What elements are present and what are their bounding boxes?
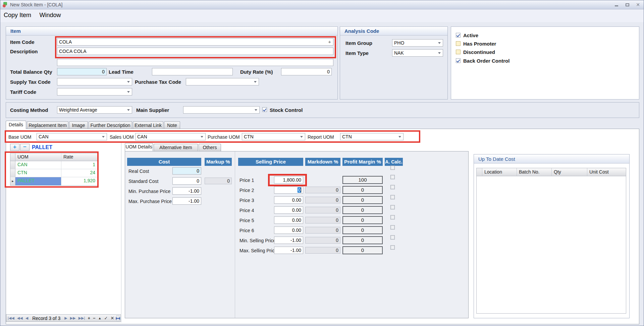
price5-profit-field[interactable]: 0 xyxy=(342,216,383,224)
description-field[interactable]: COCA COLA xyxy=(57,48,333,55)
price2-field[interactable]: 0 xyxy=(274,186,303,194)
add-uom-button[interactable]: + xyxy=(10,144,19,151)
unit-cost-column-header[interactable]: Unit Cost xyxy=(587,168,626,176)
item-type-dropdown[interactable]: NAK xyxy=(392,49,443,57)
tab-replacement-item[interactable]: Replacement Item xyxy=(27,121,68,129)
costing-method-dropdown[interactable]: Weighted Average xyxy=(57,106,132,114)
price4-field[interactable]: 0.00 xyxy=(274,206,303,214)
uom-row-ctn[interactable]: CTN 24 xyxy=(10,169,97,177)
remove-uom-button[interactable]: − xyxy=(20,144,30,151)
nav-cancel-button[interactable]: ✕ xyxy=(109,315,115,322)
add-item-code-icon[interactable]: + xyxy=(328,39,331,45)
purchase-tax-dropdown[interactable] xyxy=(186,78,259,85)
tab-further-description[interactable]: Further Description xyxy=(89,121,132,129)
uom-row-pallet-selected[interactable]: ▸ PALLET 1,920 xyxy=(10,177,97,185)
rate-column-header[interactable]: Rate xyxy=(61,153,97,161)
tab-others[interactable]: Others xyxy=(199,144,221,151)
tariff-dropdown[interactable] xyxy=(57,88,132,95)
discontinued-checkbox[interactable] xyxy=(456,50,461,54)
price3-field[interactable]: 0.00 xyxy=(274,196,303,204)
back-order-checkbox[interactable] xyxy=(456,58,461,63)
purchase-uom-dropdown[interactable]: CTN xyxy=(242,133,305,140)
real-cost-field[interactable]: 0 xyxy=(172,167,201,175)
nav-append-button[interactable]: + xyxy=(86,315,92,322)
has-promoter-label: Has Promoter xyxy=(463,41,496,47)
base-uom-dropdown[interactable]: CAN xyxy=(37,133,107,140)
restore-icon[interactable] xyxy=(624,2,630,8)
nav-scrollbar[interactable]: ◀ ▶ xyxy=(116,315,119,321)
item-code-label: Item Code xyxy=(10,39,35,45)
tab-external-link[interactable]: External Link xyxy=(133,121,163,129)
main-supplier-dropdown[interactable] xyxy=(183,106,260,114)
acalc-header: A. Calc. xyxy=(385,158,403,166)
qty-column-header[interactable]: Qty xyxy=(552,168,587,176)
price2-acalc-checkbox[interactable] xyxy=(390,185,395,189)
supply-tax-label: Supply Tax Code xyxy=(10,79,51,85)
selected-uom-title: PALLET xyxy=(32,144,52,150)
nav-next-button[interactable]: ▶ xyxy=(63,315,68,322)
duty-rate-label: Duty Rate (%) xyxy=(240,69,273,75)
nav-prev-button[interactable]: ◀ xyxy=(24,315,30,322)
lead-time-field[interactable] xyxy=(152,68,233,75)
price6-profit-field[interactable]: 0 xyxy=(342,226,383,234)
item-groupbox: Item Item Code COLA + Description COCA C… xyxy=(6,26,338,100)
duty-rate-field[interactable]: 0 xyxy=(281,68,332,75)
nav-last-button[interactable]: ▶▶| xyxy=(77,315,87,322)
acalc-checkbox-top[interactable] xyxy=(390,166,395,170)
max-purchase-field[interactable]: -1.00 xyxy=(172,197,201,205)
scroll-right-icon[interactable]: ▶ xyxy=(116,316,118,321)
minimize-icon[interactable] xyxy=(613,2,620,8)
price6-acalc-checkbox[interactable] xyxy=(390,225,395,230)
tab-details[interactable]: Details xyxy=(6,121,26,129)
tab-note[interactable]: Note xyxy=(164,121,180,129)
active-checkbox[interactable] xyxy=(456,33,461,38)
max-selling-acalc-checkbox[interactable] xyxy=(390,245,395,250)
nav-first-button[interactable]: |◀◀ xyxy=(6,315,16,322)
uom-column-header[interactable]: UOM xyxy=(15,153,61,161)
nav-next-page-button[interactable]: ▶▶ xyxy=(69,315,77,322)
stock-control-label: Stock Control xyxy=(270,107,303,113)
price1-field[interactable]: 1,800.00 xyxy=(274,176,303,184)
nav-post-button[interactable]: ✓ xyxy=(103,315,109,322)
max-selling-profit-field[interactable]: 0 xyxy=(342,246,383,254)
price4-acalc-checkbox[interactable] xyxy=(390,205,395,209)
nav-edit-button[interactable]: ▲ xyxy=(97,315,103,322)
price6-field[interactable]: 0.00 xyxy=(274,226,303,234)
standard-cost-field[interactable]: 0 xyxy=(172,177,201,185)
max-selling-field[interactable]: -1.00 xyxy=(274,247,303,254)
menu-copy-item[interactable]: Copy Item xyxy=(0,9,35,19)
sales-uom-dropdown[interactable]: CAN xyxy=(135,133,206,140)
stock-control-checkbox[interactable] xyxy=(262,107,267,112)
uom-row-can[interactable]: CAN 1 xyxy=(10,161,97,169)
close-icon[interactable]: ✕ xyxy=(635,2,641,8)
costing-method-label: Costing Method xyxy=(10,107,48,113)
tab-image[interactable]: Image xyxy=(69,121,88,129)
min-purchase-field[interactable]: -1.00 xyxy=(172,187,201,195)
price5-field[interactable]: 0.00 xyxy=(274,216,303,224)
price1-profit-field[interactable]: 100 xyxy=(342,176,383,184)
nav-prev-page-button[interactable]: ◀◀ xyxy=(16,315,24,322)
price2-profit-field[interactable]: 0 xyxy=(342,186,383,194)
price1-acalc-checkbox[interactable] xyxy=(390,175,395,179)
item-group-dropdown[interactable]: PHO xyxy=(392,39,443,47)
nav-delete-button[interactable]: − xyxy=(92,315,97,322)
tab-alternative-item-code[interactable]: Alternative Item Code xyxy=(154,144,198,151)
price1-label: Price 1 xyxy=(239,178,254,183)
tab-uom-details[interactable]: UOM Details xyxy=(125,143,153,151)
min-selling-profit-field[interactable]: 0 xyxy=(342,236,383,244)
menu-window[interactable]: Window xyxy=(36,9,64,19)
price4-profit-field[interactable]: 0 xyxy=(342,206,383,214)
min-selling-acalc-checkbox[interactable] xyxy=(390,235,395,240)
supply-tax-dropdown[interactable] xyxy=(57,78,132,85)
extra-description-field[interactable] xyxy=(57,59,333,66)
min-selling-field[interactable]: -1.00 xyxy=(274,237,303,244)
location-column-header[interactable]: Location xyxy=(482,168,517,176)
price3-profit-field[interactable]: 0 xyxy=(342,196,383,204)
total-balance-field[interactable]: 0 xyxy=(57,68,107,75)
price3-acalc-checkbox[interactable] xyxy=(390,195,395,199)
item-code-field[interactable]: COLA + xyxy=(57,38,333,46)
batch-column-header[interactable]: Batch No. xyxy=(517,168,552,176)
report-uom-dropdown[interactable]: CTN xyxy=(340,133,404,140)
price5-acalc-checkbox[interactable] xyxy=(390,215,395,219)
has-promoter-checkbox[interactable] xyxy=(456,41,461,46)
